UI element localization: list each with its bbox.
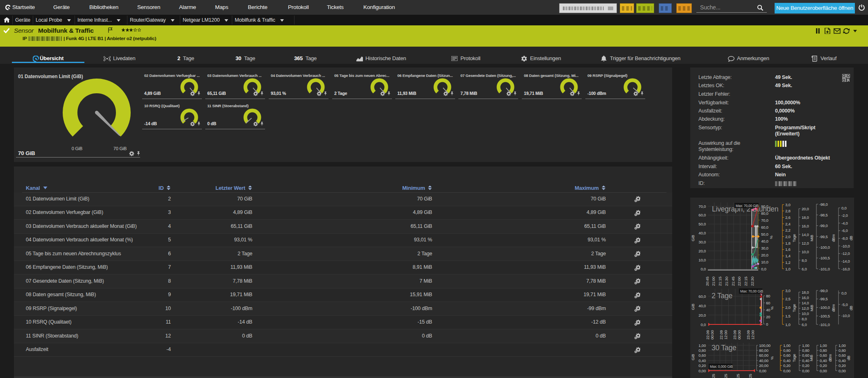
svg-text:40,0: 40,0 [761, 239, 768, 243]
svg-text:-98,5: -98,5 [819, 213, 828, 217]
svg-text:1,2: 1,2 [785, 260, 791, 265]
svg-text:-16,0: -16,0 [841, 267, 850, 271]
svg-text:21:15: 21:15 [718, 277, 722, 286]
svg-text:25: 25 [736, 374, 740, 378]
svg-text:-99,0: -99,0 [819, 223, 828, 228]
svg-text:-2,0: -2,0 [841, 213, 848, 218]
svg-text:-6,0: -6,0 [841, 228, 848, 233]
svg-text:8,0: 8,0 [802, 258, 807, 263]
svg-text:-99,5: -99,5 [819, 297, 828, 301]
svg-text:0,00: 0,00 [820, 369, 827, 373]
svg-text:-99,0: -99,0 [819, 288, 828, 293]
svg-text:-14,0: -14,0 [841, 259, 850, 263]
svg-text:20: 20 [766, 315, 770, 319]
svg-text:0,20: 0,20 [698, 363, 706, 368]
svg-text:0,60: 0,60 [802, 353, 809, 358]
svg-text:1,5: 1,5 [785, 314, 791, 318]
svg-text:2,0: 2,0 [785, 305, 791, 310]
svg-text:80,00: 80,00 [759, 348, 768, 353]
svg-text:20,00: 20,00 [759, 363, 768, 368]
svg-text:40,00: 40,00 [759, 358, 768, 363]
svg-text:0,80: 0,80 [820, 348, 827, 353]
svg-text:20,0: 20,0 [698, 313, 706, 317]
svg-text:0,00: 0,00 [839, 369, 846, 373]
svg-text:0,80: 0,80 [839, 348, 846, 353]
svg-text:2 Tage: 2 Tage [712, 292, 732, 300]
svg-text:0,20: 0,20 [783, 363, 791, 368]
svg-text:0,40: 0,40 [698, 358, 706, 363]
svg-text:12:00: 12:00 [723, 330, 728, 340]
svg-text:1,00: 1,00 [839, 343, 846, 348]
svg-text:1,4: 1,4 [785, 254, 791, 258]
svg-text:18,0: 18,0 [802, 215, 809, 220]
svg-text:0,0: 0,0 [700, 322, 706, 327]
svg-text:0,40: 0,40 [802, 358, 809, 363]
svg-text:GiB: GiB [691, 235, 695, 241]
svg-text:22.09: 22.09 [719, 330, 723, 340]
svg-text:0,0: 0,0 [841, 291, 847, 295]
svg-text:12,0: 12,0 [802, 241, 809, 245]
svg-text:dBm: dBm [831, 304, 836, 312]
svg-text:2,4: 2,4 [785, 222, 791, 226]
svg-text:GiB: GiB [691, 354, 695, 360]
svg-text:0,60: 0,60 [783, 353, 791, 358]
svg-text:80: 80 [766, 294, 770, 298]
svg-text:0,80: 0,80 [698, 348, 706, 353]
svg-text:30,0: 30,0 [698, 240, 706, 244]
svg-text:3,0: 3,0 [785, 288, 791, 293]
svg-text:MiB: MiB [809, 355, 814, 361]
svg-text:-100,5: -100,5 [819, 314, 830, 318]
svg-text:0,0: 0,0 [700, 267, 706, 271]
svg-text:0,40: 0,40 [783, 358, 791, 363]
svg-text:60,0: 60,0 [698, 213, 706, 217]
svg-text:2,2: 2,2 [785, 228, 791, 232]
svg-text:0,20: 0,20 [802, 363, 809, 368]
svg-text:-5,0: -5,0 [841, 302, 848, 307]
svg-text:-10,0: -10,0 [841, 313, 850, 318]
svg-text:0,00: 0,00 [698, 369, 706, 373]
svg-text:0,00: 0,00 [802, 369, 809, 373]
svg-text:0,60: 0,60 [839, 353, 846, 358]
svg-text:Tage: Tage [792, 354, 796, 362]
svg-text:30,0: 30,0 [761, 246, 768, 250]
svg-text:1,6: 1,6 [785, 247, 791, 252]
svg-text:2,5: 2,5 [785, 297, 791, 301]
svg-text:21:30: 21:30 [724, 277, 729, 286]
svg-text:100,00: 100,00 [759, 343, 771, 348]
svg-text:00:00: 00:00 [710, 330, 714, 340]
svg-text:2,0: 2,0 [785, 234, 791, 239]
svg-text:1,00: 1,00 [820, 343, 827, 348]
svg-text:60,00: 60,00 [759, 353, 768, 358]
svg-text:20:45: 20:45 [705, 277, 709, 286]
svg-text:0,60: 0,60 [820, 353, 827, 358]
svg-text:2,6: 2,6 [785, 215, 791, 220]
svg-text:-4,0: -4,0 [841, 221, 848, 225]
svg-text:-99,5: -99,5 [819, 234, 828, 239]
svg-text:Tage: Tage [792, 234, 796, 242]
svg-text:0,20: 0,20 [820, 363, 827, 368]
svg-text:12,0: 12,0 [802, 306, 809, 310]
svg-text:16,0: 16,0 [802, 295, 809, 300]
svg-text:14,0: 14,0 [802, 301, 809, 305]
svg-text:40,0: 40,0 [698, 231, 706, 235]
svg-text:dBm: dBm [831, 234, 836, 242]
svg-text:50,0: 50,0 [761, 232, 768, 236]
svg-text:1,0: 1,0 [785, 322, 791, 327]
svg-text:dB: dB [849, 236, 853, 240]
svg-text:0,80: 0,80 [783, 348, 791, 353]
svg-text:40,0: 40,0 [698, 304, 706, 308]
svg-text:-100,0: -100,0 [819, 245, 830, 250]
svg-text:70,0: 70,0 [761, 218, 768, 223]
svg-text:-8,0: -8,0 [841, 236, 848, 241]
svg-text:3,0: 3,0 [785, 202, 791, 207]
svg-text:8,0: 8,0 [802, 317, 807, 321]
svg-text:2,8: 2,8 [785, 209, 791, 213]
svg-text:0,00: 0,00 [783, 369, 791, 373]
svg-text:25: 25 [723, 374, 728, 378]
svg-text:22.09: 22.09 [705, 330, 710, 340]
svg-text:1,8: 1,8 [785, 241, 791, 245]
svg-text:10,0: 10,0 [802, 250, 809, 254]
svg-text:22:15: 22:15 [743, 277, 748, 286]
svg-text:0,40: 0,40 [839, 358, 846, 363]
svg-text:12:00: 12:00 [750, 330, 755, 340]
